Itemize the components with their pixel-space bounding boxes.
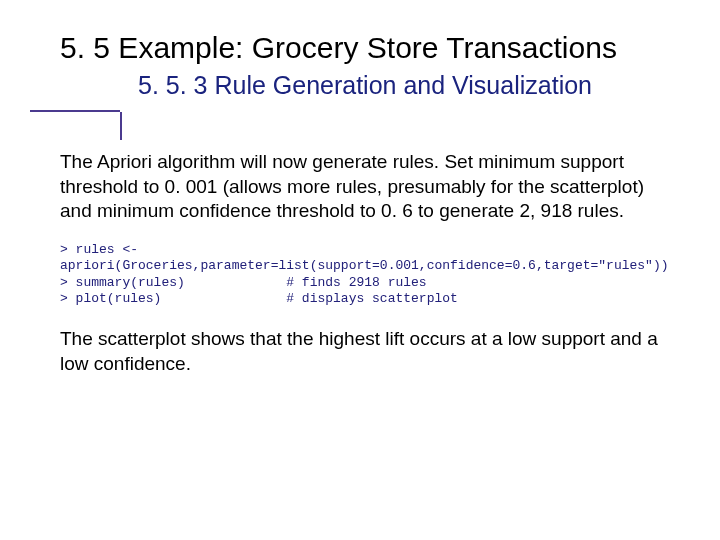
title-underline-vertical (120, 112, 122, 140)
body-paragraph-2: The scatterplot shows that the highest l… (60, 327, 660, 376)
slide-subtitle: 5. 5. 3 Rule Generation and Visualizatio… (60, 70, 660, 100)
body-paragraph-1: The Apriori algorithm will now generate … (60, 150, 660, 224)
slide-title: 5. 5 Example: Grocery Store Transactions (60, 30, 660, 66)
title-block: 5. 5 Example: Grocery Store Transactions… (60, 30, 660, 100)
slide: 5. 5 Example: Grocery Store Transactions… (0, 0, 720, 540)
title-underline-horizontal (30, 110, 120, 112)
code-block: > rules <- apriori(Groceries,parameter=l… (60, 242, 660, 307)
